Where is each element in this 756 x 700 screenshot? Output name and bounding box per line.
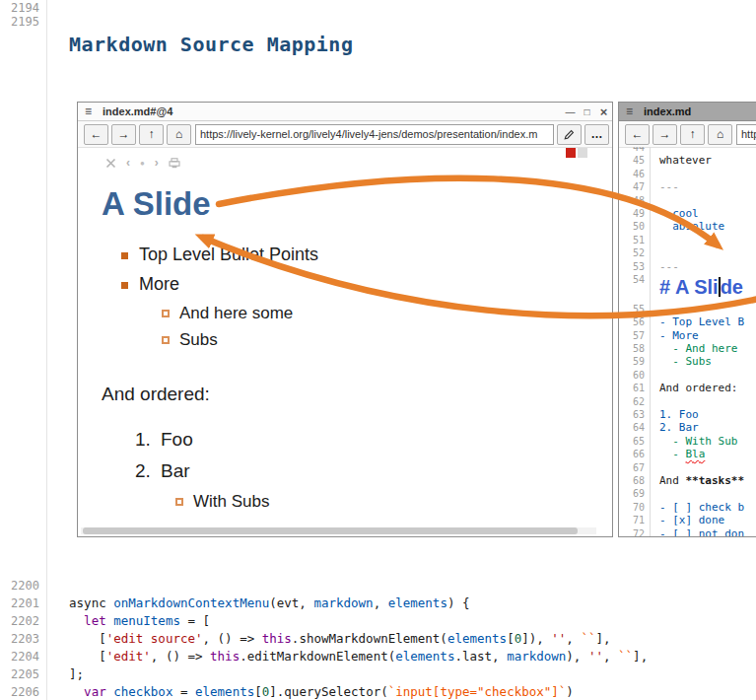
md-line: 70- [ ] check b — [619, 501, 756, 514]
code-line-text: ]; — [39, 665, 84, 683]
slide-bullet-item: More — [121, 274, 612, 295]
md-line-number: 56 — [619, 315, 651, 328]
url-field[interactable]: https://lively-kernel.org/lively4/lively… — [195, 124, 554, 145]
code-line: 2204 ['edit', () => this.editMarkdownEle… — [0, 648, 756, 665]
md-line-number: 51 — [619, 234, 651, 246]
md-line-text: - [ ] check b — [651, 501, 744, 514]
minimize-button[interactable]: — — [562, 106, 579, 117]
code-line: 2206 var checkbox = elements[0].querySel… — [0, 683, 756, 700]
source-code-editor[interactable]: 22002201 async onMarkdownContextMenu(evt… — [0, 577, 756, 700]
slide-ordered-item: 1.Foo — [135, 429, 612, 451]
md-line-number: 54 — [619, 273, 651, 303]
code-line: 2201 async onMarkdownContextMenu(evt, ma… — [0, 595, 756, 612]
code-line-text: async onMarkdownContextMenu(evt, markdow… — [39, 595, 470, 612]
pencil-icon — [564, 129, 575, 140]
next-slide-icon[interactable]: › — [155, 157, 159, 170]
code-line-text: let menuItems = [ — [39, 612, 210, 630]
md-line: 60 — [619, 369, 756, 382]
code-line: 2200 — [0, 577, 756, 595]
md-line: 71- [x] done — [619, 514, 756, 526]
play-icon[interactable]: ● — [140, 157, 145, 170]
md-line-text: - And here — [651, 342, 737, 355]
up-button[interactable]: ↑ — [680, 124, 705, 145]
md-line-text: --- — [651, 260, 679, 273]
gutter-line-number: 2201 — [0, 595, 39, 612]
markdown-editor[interactable]: 4445whatever4647---4849- cool50 absolute… — [619, 147, 756, 536]
md-line: 44 — [619, 147, 756, 154]
md-line: 51 — [619, 234, 756, 246]
right-window-titlebar: ≡ index.md — [619, 103, 756, 121]
fullscreen-icon[interactable] — [105, 158, 116, 169]
gutter-line-number: 2200 — [0, 577, 39, 595]
md-line-text — [651, 303, 659, 315]
edit-pencil-button[interactable] — [557, 124, 582, 145]
md-line-text — [651, 234, 659, 246]
md-line-text — [651, 487, 659, 500]
md-line-text — [651, 369, 659, 382]
md-line: 59 - Subs — [619, 355, 756, 368]
print-icon[interactable] — [169, 158, 180, 169]
md-line: 67 — [619, 461, 756, 474]
md-line-text: - cool — [651, 207, 699, 220]
md-line: 55 — [619, 303, 756, 315]
md-line: 631. Foo — [619, 408, 756, 421]
md-line: 53--- — [619, 260, 756, 273]
md-line-number: 66 — [619, 448, 651, 460]
gutter-line-number: 2194 — [0, 1, 39, 15]
close-button[interactable]: × — [595, 105, 612, 119]
md-line-number: 68 — [619, 474, 651, 487]
md-line-number: 47 — [619, 180, 651, 193]
md-line: 49- cool — [619, 207, 756, 220]
md-line-text: # A Slide — [651, 273, 743, 303]
url-field[interactable]: https — [736, 124, 756, 145]
md-line-text: absolute — [651, 220, 724, 233]
md-line-text: - With Sub — [651, 435, 737, 448]
md-line-number: 69 — [619, 487, 651, 500]
md-line-text — [651, 194, 659, 207]
prev-slide-icon[interactable]: ‹ — [126, 157, 130, 170]
md-line-number: 59 — [619, 355, 651, 368]
md-line: 69 — [619, 487, 756, 500]
md-line-number: 57 — [619, 329, 651, 342]
back-button[interactable]: ← — [625, 124, 650, 145]
md-line: 72- [ ] not don — [619, 527, 756, 536]
code-line-text: ['edit source', () => this.showMarkdownE… — [39, 630, 611, 648]
md-line-number: 48 — [619, 194, 651, 207]
forward-button[interactable]: → — [111, 124, 136, 145]
md-line-text: - [x] done — [651, 514, 724, 526]
left-window-titlebar: ≡ index.md#@4 — □ × — [78, 103, 612, 121]
md-line: 46 — [619, 168, 756, 180]
code-line-text: var checkbox = elements[0].querySelector… — [39, 683, 574, 700]
menu-icon[interactable]: ≡ — [85, 105, 92, 118]
maximize-button[interactable]: □ — [579, 106, 595, 117]
md-line: 48 — [619, 194, 756, 207]
more-options-button[interactable]: … — [584, 124, 609, 145]
gutter-line-number: 2203 — [0, 630, 39, 648]
up-button[interactable]: ↑ — [139, 124, 164, 145]
md-line-number: 53 — [619, 260, 651, 273]
scrollbar-thumb[interactable] — [83, 527, 578, 534]
menu-icon[interactable]: ≡ — [626, 105, 633, 118]
md-line-text: And ordered: — [651, 382, 737, 394]
gutter-line-number: 2204 — [0, 648, 39, 665]
md-line-number: 52 — [619, 246, 651, 259]
home-button[interactable]: ⌂ — [167, 124, 191, 145]
md-line-number: 50 — [619, 220, 651, 233]
back-button[interactable]: ← — [84, 124, 108, 145]
forward-button[interactable]: → — [653, 124, 677, 145]
slide-sub-bullet-item: With Subs — [175, 492, 612, 512]
md-line-number: 63 — [619, 408, 651, 421]
slide-content[interactable]: ‹ ● › A Slide Top Level Bullet PointsMor… — [78, 147, 612, 536]
md-line: 57- More — [619, 329, 756, 342]
right-window-title: index.md — [644, 105, 691, 117]
md-line-text: --- — [651, 180, 679, 193]
horizontal-scrollbar[interactable] — [81, 527, 596, 534]
md-line-text — [651, 246, 659, 259]
md-line: 68And **tasks** — [619, 474, 756, 487]
md-line: 45whatever — [619, 154, 756, 167]
home-button[interactable]: ⌂ — [708, 124, 732, 145]
md-line-number: 45 — [619, 154, 651, 167]
change-indicator-gray — [578, 148, 587, 158]
md-line-text: - More — [651, 329, 699, 342]
md-line-text: And **tasks** — [651, 474, 744, 487]
